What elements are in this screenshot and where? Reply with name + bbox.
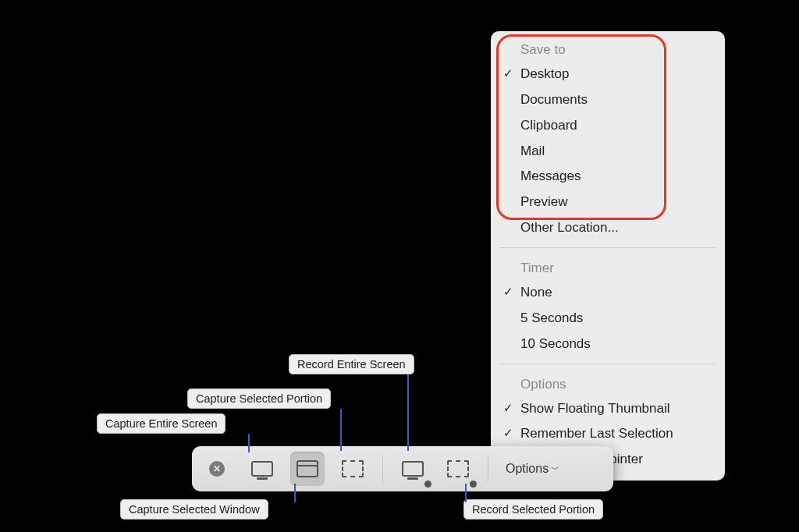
- menu-section-options-header: Options: [491, 371, 725, 396]
- menu-item-timer-5s[interactable]: 5 Seconds: [491, 306, 725, 332]
- menu-item-preview[interactable]: Preview: [491, 190, 725, 215]
- menu-item-label: Mail: [520, 144, 545, 158]
- selection-icon: [447, 460, 469, 477]
- menu-item-timer-none[interactable]: ✓None: [491, 280, 725, 306]
- menu-item-label: Preview: [520, 194, 567, 209]
- menu-section-timer-header: Timer: [491, 254, 725, 280]
- checkmark-icon: ✓: [503, 63, 513, 83]
- menu-item-clipboard[interactable]: Clipboard: [491, 113, 725, 139]
- menu-item-label: Other Location...: [520, 220, 619, 235]
- options-button[interactable]: Options ﹀: [501, 452, 564, 486]
- menu-item-label: Show Floating Thumbnail: [520, 401, 670, 416]
- options-button-label: Options: [506, 462, 549, 476]
- menu-section-save-to-header: Save to: [491, 36, 725, 62]
- menu-item-label: Clipboard: [520, 118, 577, 133]
- menu-item-label: 5 Seconds: [520, 310, 583, 325]
- close-button[interactable]: ✕: [200, 452, 234, 486]
- capture-entire-screen-button[interactable]: [245, 452, 279, 486]
- record-dot-icon: [423, 479, 433, 489]
- checkmark-icon: ✓: [503, 282, 513, 302]
- callout-connector: [294, 484, 296, 502]
- screen-icon: [402, 461, 424, 477]
- callout-capture-selected-window: Capture Selected Window: [120, 499, 268, 520]
- menu-item-documents[interactable]: Documents: [491, 87, 725, 113]
- close-icon: ✕: [209, 461, 225, 477]
- toolbar-separator: [382, 455, 383, 483]
- menu-item-label: 10 Seconds: [520, 336, 591, 351]
- menu-item-label: Documents: [520, 92, 588, 107]
- callout-record-entire-screen: Record Entire Screen: [289, 354, 414, 374]
- callout-record-selected-portion: Record Selected Portion: [463, 499, 603, 520]
- chevron-down-icon: ﹀: [551, 463, 559, 475]
- menu-item-messages[interactable]: Messages: [491, 164, 725, 190]
- menu-item-mail[interactable]: Mail: [491, 139, 725, 165]
- record-selected-portion-button[interactable]: [441, 452, 475, 486]
- checkmark-icon: ✓: [503, 423, 513, 443]
- window-icon: [297, 460, 318, 477]
- menu-item-remember-selection[interactable]: ✓Remember Last Selection: [491, 421, 725, 447]
- callout-connector: [407, 374, 409, 451]
- callout-capture-entire-screen: Capture Entire Screen: [97, 413, 225, 434]
- menu-item-timer-10s[interactable]: 10 Seconds: [491, 332, 725, 357]
- selection-icon: [342, 460, 364, 477]
- menu-item-desktop[interactable]: ✓Desktop: [491, 62, 725, 87]
- callout-connector: [465, 484, 467, 502]
- record-dot-icon: [468, 479, 478, 489]
- menu-item-other-location[interactable]: Other Location...: [491, 215, 725, 241]
- capture-selected-window-button[interactable]: [290, 452, 325, 486]
- options-menu: Save to ✓Desktop Documents Clipboard Mai…: [491, 31, 725, 481]
- checkmark-icon: ✓: [503, 398, 513, 418]
- menu-separator: [500, 247, 716, 248]
- menu-separator: [500, 364, 716, 364]
- toolbar-separator: [488, 455, 488, 483]
- callout-connector: [248, 434, 250, 452]
- menu-item-label: None: [520, 285, 552, 300]
- screenshot-toolbar: ✕ Options ﹀: [192, 446, 613, 491]
- menu-item-floating-thumbnail[interactable]: ✓Show Floating Thumbnail: [491, 396, 725, 422]
- menu-item-label: Remember Last Selection: [520, 426, 673, 441]
- menu-item-label: Messages: [520, 168, 581, 183]
- menu-item-label: Desktop: [520, 66, 569, 81]
- callout-connector: [340, 409, 342, 451]
- capture-selected-portion-button[interactable]: [336, 452, 370, 486]
- record-entire-screen-button[interactable]: [396, 452, 430, 486]
- screen-icon: [251, 461, 273, 477]
- callout-capture-selected-portion: Capture Selected Portion: [187, 388, 331, 409]
